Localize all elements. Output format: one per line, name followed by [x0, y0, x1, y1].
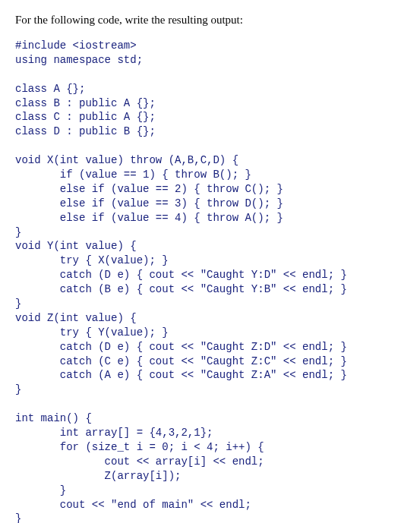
- code-block: #include <iostream> using namespace std;…: [15, 39, 405, 523]
- question-prompt: For the following code, write the result…: [15, 14, 405, 27]
